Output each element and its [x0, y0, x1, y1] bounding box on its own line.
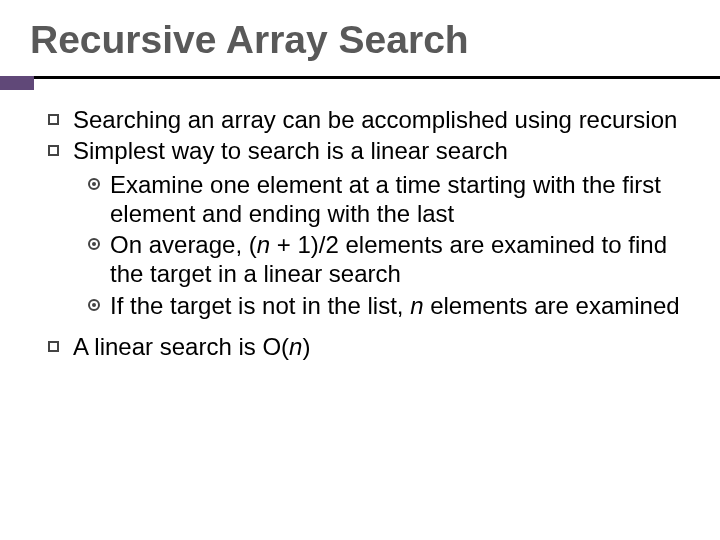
bullet-3: A linear search is O(n)	[48, 332, 690, 361]
text-run: On average, (	[110, 231, 257, 258]
text-run: )	[302, 333, 310, 360]
spacer	[48, 322, 690, 332]
slide-title: Recursive Array Search	[0, 18, 720, 62]
sub-bullet-3: If the target is not in the list, n elem…	[88, 291, 690, 320]
slide-body: Searching an array can be accomplished u…	[0, 79, 720, 361]
bullet-text: Simplest way to search is a linear searc…	[73, 136, 690, 165]
sub-bullet-1: Examine one element at a time starting w…	[88, 170, 690, 229]
text-run: Examine one element at a time starting w…	[110, 171, 661, 227]
bullet-2: Simplest way to search is a linear searc…	[48, 136, 690, 165]
sub-bullets: Examine one element at a time starting w…	[48, 170, 690, 320]
italic-n: n	[289, 333, 302, 360]
square-bullet-icon	[48, 114, 59, 125]
square-bullet-icon	[48, 145, 59, 156]
sub-bullet-2: On average, (n + 1)/2 elements are exami…	[88, 230, 690, 289]
title-rule	[0, 76, 720, 79]
sub-bullet-text: If the target is not in the list, n elem…	[110, 291, 690, 320]
sub-bullet-text: On average, (n + 1)/2 elements are exami…	[110, 230, 690, 289]
target-bullet-icon	[88, 299, 100, 311]
horizontal-rule	[0, 76, 720, 79]
slide: Recursive Array Search Searching an arra…	[0, 0, 720, 540]
text-run: elements are examined	[424, 292, 680, 319]
sub-bullet-text: Examine one element at a time starting w…	[110, 170, 690, 229]
text-run: If the target is not in the list,	[110, 292, 410, 319]
target-bullet-icon	[88, 238, 100, 250]
bullet-1: Searching an array can be accomplished u…	[48, 105, 690, 134]
text-run: A linear search is O(	[73, 333, 289, 360]
italic-n: n	[257, 231, 270, 258]
square-bullet-icon	[48, 341, 59, 352]
bullet-text: Searching an array can be accomplished u…	[73, 105, 690, 134]
bullet-text: A linear search is O(n)	[73, 332, 690, 361]
accent-block	[0, 76, 34, 90]
italic-n: n	[410, 292, 423, 319]
target-bullet-icon	[88, 178, 100, 190]
